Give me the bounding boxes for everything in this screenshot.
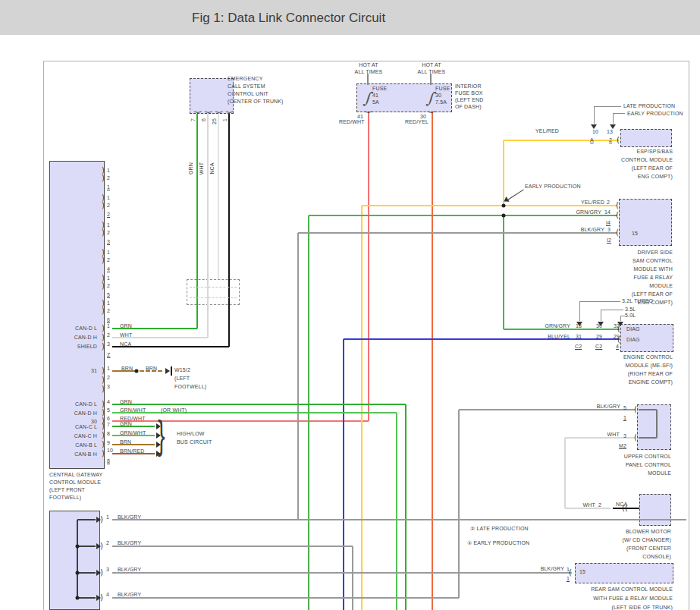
wiring-diagram: Fig 1: Data Link Connector Circuit )))))… (0, 0, 700, 610)
label: 1 (107, 323, 110, 330)
label: 2 (609, 137, 612, 144)
label: UPPER CONTROL (624, 454, 671, 461)
label: 2 (107, 212, 110, 219)
wire (564, 438, 566, 508)
wire-diagonal (507, 189, 524, 201)
label: 30 (596, 323, 602, 330)
label: 4 (106, 592, 109, 599)
label: (CENTER OF TRUNK) (228, 99, 284, 105)
wire (343, 339, 344, 610)
label: 5A (372, 99, 379, 106)
driver-sam-module-box (619, 199, 672, 246)
wire (218, 114, 219, 279)
label: GRN (188, 162, 195, 175)
label: 2 (106, 540, 109, 547)
upper-control-panel-box (637, 404, 671, 450)
label: (W/ CD CHANGER) (623, 537, 671, 544)
pin-bracket: ( (427, 110, 435, 113)
label: 4 (107, 399, 110, 406)
label: NCA (209, 162, 216, 174)
label: 1 (107, 195, 110, 202)
label: 1 (222, 118, 229, 121)
label: GRN/WHT (120, 407, 146, 414)
label: RED/WHT (339, 119, 365, 126)
label: (LEFT REAR OF (632, 165, 673, 172)
wire (112, 572, 572, 574)
wire-dashed (190, 287, 237, 288)
wire (458, 410, 460, 598)
label: (LEFT REAR OF (632, 291, 673, 298)
label: FUSE (372, 86, 387, 93)
label: CAN-D H (74, 335, 97, 341)
label: CAN-B L (75, 442, 97, 449)
label: 2 (107, 230, 110, 237)
label: PANEL CONTROL (626, 462, 671, 469)
wire (77, 572, 96, 573)
label: MODULE (ME-SFI) (625, 363, 673, 369)
label: BRN/RED (120, 448, 145, 455)
pin-bracket: ( (215, 110, 223, 113)
label: 5 (107, 292, 110, 299)
label: BUS CIRCUIT (177, 439, 212, 446)
wire (594, 106, 595, 124)
label: 7 (190, 118, 197, 121)
label: 10 (107, 448, 113, 454)
label: EMERGENCY (228, 76, 262, 83)
label: 1 (106, 514, 109, 521)
label: 2 (107, 283, 110, 290)
wire (656, 410, 658, 438)
label: BLK/GRY (118, 567, 141, 574)
wire (396, 413, 397, 610)
label: CONTROL UNIT (228, 91, 268, 98)
wire (112, 444, 155, 445)
label: 1 (107, 222, 110, 229)
label: 2 (598, 502, 601, 509)
blower-motor-box (639, 494, 671, 526)
label: WHT (199, 162, 206, 175)
arrowhead (165, 368, 170, 374)
pin-bracket: ) (100, 593, 103, 602)
label: 3 (107, 239, 110, 246)
wire (77, 519, 96, 520)
pin-bracket: ( (616, 201, 619, 209)
label: BLOWER MOTOR (626, 529, 671, 536)
pin-bracket: ( (364, 110, 372, 113)
label: LATE PRODUCTION (623, 103, 675, 110)
junction-dot (135, 369, 139, 373)
wire (601, 310, 601, 321)
wire (613, 113, 614, 124)
label: BLK/GRY (118, 540, 141, 547)
diagram-canvas: )))))))))))))))))))))))))))))(((((((((((… (0, 35, 700, 610)
label: } (158, 415, 165, 454)
pin-bracket: ( (617, 136, 620, 144)
label: BLK/GRY (118, 514, 141, 521)
label: HOT AT (359, 62, 378, 69)
wire (77, 597, 96, 598)
label: 3 (607, 227, 611, 234)
wire (77, 520, 77, 598)
label: M2 (619, 443, 626, 450)
label: 9 (107, 440, 110, 447)
pin-bracket: ) (102, 256, 105, 264)
label: FUSE & RELAY (634, 275, 673, 281)
label: 1 (107, 184, 110, 191)
pin-bracket: ) (102, 385, 105, 393)
label: 29 (596, 334, 602, 341)
wire (639, 409, 657, 410)
label: (LEFT (174, 376, 190, 382)
label: ENGINE CONTROL (623, 354, 673, 361)
label: 2 (107, 308, 110, 315)
label: BRN (120, 439, 131, 446)
label: GRN/GRY (576, 209, 601, 216)
pin-bracket: ) (102, 376, 105, 384)
label: 15 (579, 569, 585, 576)
fuse-symbol: ∫ (363, 89, 371, 107)
pin-bracket: ) (102, 174, 105, 182)
label: A (590, 137, 594, 144)
wire (112, 597, 459, 599)
label: 3 (106, 567, 109, 574)
label: SHIELD (77, 344, 97, 351)
label: I4 (606, 220, 611, 227)
wire (112, 420, 369, 422)
junction-dot (76, 571, 80, 575)
